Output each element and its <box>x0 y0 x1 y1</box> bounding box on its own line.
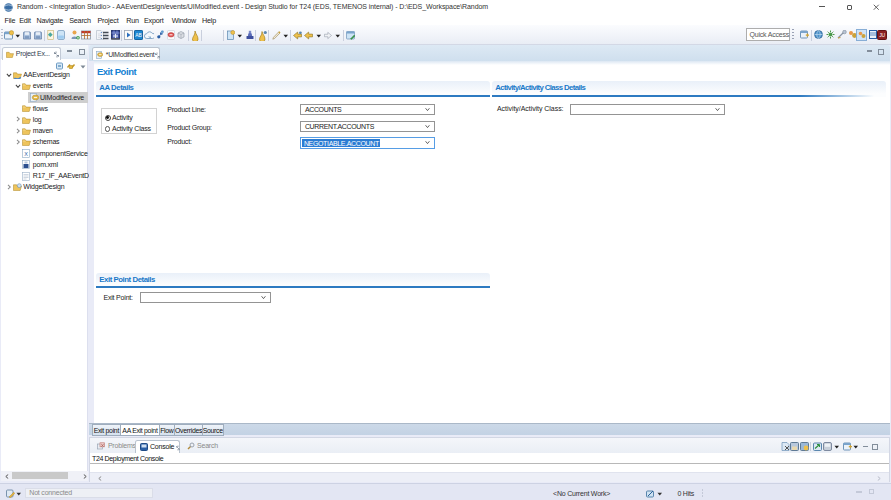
svg-text:AB: AB <box>136 32 143 38</box>
svg-text:X: X <box>24 151 28 157</box>
svg-text:JU: JU <box>879 32 885 38</box>
